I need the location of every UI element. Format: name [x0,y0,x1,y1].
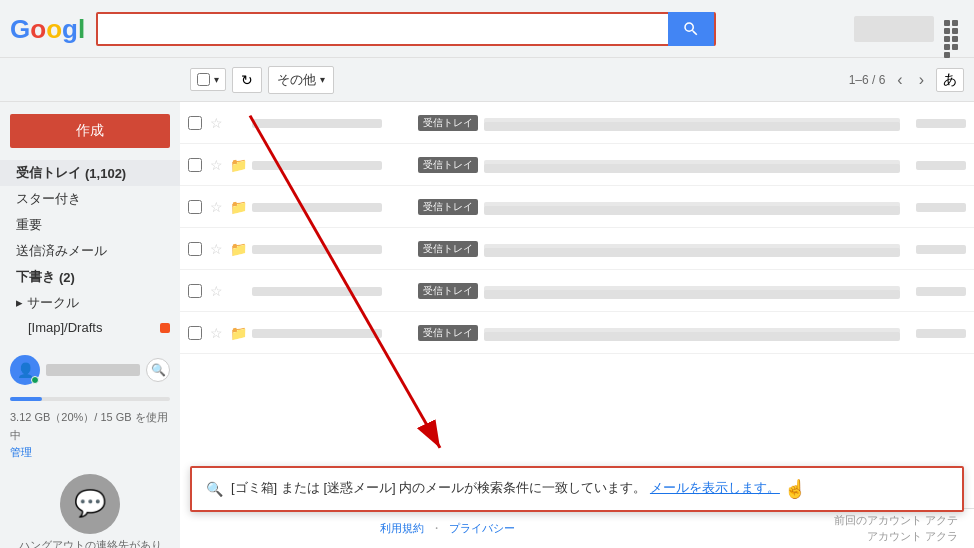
table-row[interactable]: ☆ 📁 受信トレイ [180,144,974,186]
terms-link[interactable]: 利用規約 [380,522,424,534]
inbox-badge: (1,102) [85,166,126,181]
account-text: アカウント アクラ [834,529,958,544]
footer-right: 前回のアカウント アクテ アカウント アクラ [834,513,958,544]
search-input[interactable]: App Store Team [98,16,668,42]
drafts-label: 下書き [16,268,55,286]
email-subject [484,160,900,170]
email-subject [484,328,900,338]
select-all-checkbox[interactable] [197,73,210,86]
email-time [906,201,966,213]
star-icon[interactable]: ☆ [208,115,224,131]
email-subject [484,244,900,254]
row-checkbox[interactable] [188,284,202,298]
avatar-row: 👤 🔍 [0,347,180,393]
star-icon[interactable]: ☆ [208,241,224,257]
imap-drafts-label: [Imap]/Drafts [28,320,102,335]
next-page-button[interactable]: › [915,69,928,91]
refresh-button[interactable]: ↻ [232,67,262,93]
storage-manage[interactable]: 管理 [10,444,170,462]
online-indicator [31,376,39,384]
table-row[interactable]: ☆ 受信トレイ [180,270,974,312]
toolbar: ▾ ↻ その他 ▾ 1–6 / 6 ‹ › あ [0,58,974,102]
important-label: 重要 [16,216,42,234]
email-label-inbox: 受信トレイ [418,157,478,173]
toolbar-right: 1–6 / 6 ‹ › あ [849,68,964,92]
email-subject [484,118,900,128]
search-button[interactable] [668,12,714,46]
drafts-badge: (2) [59,270,75,285]
sidebar-item-circles[interactable]: ▸ サークル [0,290,180,316]
folder-icon: 📁 [230,325,246,341]
email-list: ☆ 受信トレイ ☆ 📁 受信トレイ ☆ 📁 [180,102,974,548]
email-time [906,243,966,255]
email-label-inbox: 受信トレイ [418,325,478,341]
star-icon[interactable]: ☆ [208,325,224,341]
storage-text: 3.12 GB（20%）/ 15 GB を使用中 [10,409,170,444]
sent-label: 送信済みメール [16,242,107,260]
email-label-inbox: 受信トレイ [418,199,478,215]
svg-text:Google: Google [10,14,84,44]
select-dropdown[interactable]: ▾ [190,68,226,91]
contacts-search-button[interactable]: 🔍 [146,358,170,382]
header: Google App Store Team [0,0,974,58]
email-time [906,327,966,339]
row-checkbox[interactable] [188,326,202,340]
sidebar-item-imap-drafts[interactable]: [Imap]/Drafts [0,316,180,339]
sidebar-item-inbox[interactable]: 受信トレイ (1,102) [0,160,180,186]
apps-icon[interactable] [942,18,964,40]
compose-button[interactable]: 作成 [10,114,170,148]
more-dropdown[interactable]: その他 ▾ [268,66,334,94]
email-subject [484,202,900,212]
sender [252,283,412,298]
show-emails-link[interactable]: メールを表示します。 [650,480,780,495]
sidebar-item-sent[interactable]: 送信済みメール [0,238,180,264]
hangouts-icon: 💬 [74,488,106,519]
avatar-icon: 👤 [17,362,34,378]
table-row[interactable]: ☆ 受信トレイ [180,102,974,144]
row-checkbox[interactable] [188,158,202,172]
row-checkbox[interactable] [188,116,202,130]
sidebar-item-drafts[interactable]: 下書き (2) [0,264,180,290]
inbox-label: 受信トレイ [16,164,81,182]
star-icon[interactable]: ☆ [208,199,224,215]
search-icon [682,20,700,38]
avatar-name-placeholder [46,364,140,376]
starred-label: スター付き [16,190,81,208]
email-label-inbox: 受信トレイ [418,115,478,131]
cursor-icon: ☝ [784,478,806,500]
row-checkbox[interactable] [188,200,202,214]
prev-page-button[interactable]: ‹ [893,69,906,91]
sender [252,157,412,172]
table-row[interactable]: ☆ 📁 受信トレイ [180,228,974,270]
storage-fill [10,397,42,401]
email-label-inbox: 受信トレイ [418,283,478,299]
google-logo: Google [10,14,84,44]
row-checkbox[interactable] [188,242,202,256]
more-chevron-icon: ▾ [320,74,325,85]
sidebar-item-starred[interactable]: スター付き [0,186,180,212]
storage-bar [10,397,170,401]
toolbar-left: ▾ ↻ その他 ▾ [190,66,334,94]
sidebar-item-important[interactable]: 重要 [0,212,180,238]
sender [252,241,412,256]
privacy-link[interactable]: プライバシー [449,522,515,534]
table-row[interactable]: ☆ 📁 受信トレイ [180,312,974,354]
main-area: 作成 受信トレイ (1,102) スター付き 重要 送信済みメール 下書き (2… [0,102,974,548]
select-chevron[interactable]: ▾ [214,74,219,85]
more-label: その他 [277,71,316,89]
profile-placeholder [854,16,934,42]
sender [252,199,412,214]
search-bar: App Store Team [96,12,716,46]
table-row[interactable]: ☆ 📁 受信トレイ [180,186,974,228]
circles-label: ▸ サークル [16,294,79,312]
hangouts-no-contacts: ハングアウトの連絡先があり ません [0,534,180,548]
email-time [906,117,966,129]
star-icon[interactable]: ☆ [208,157,224,173]
language-button[interactable]: あ [936,68,964,92]
email-time [906,285,966,297]
folder-icon: 📁 [230,157,246,173]
star-icon[interactable]: ☆ [208,283,224,299]
email-subject [484,286,900,296]
avatar[interactable]: 👤 [10,355,40,385]
email-label-inbox: 受信トレイ [418,241,478,257]
